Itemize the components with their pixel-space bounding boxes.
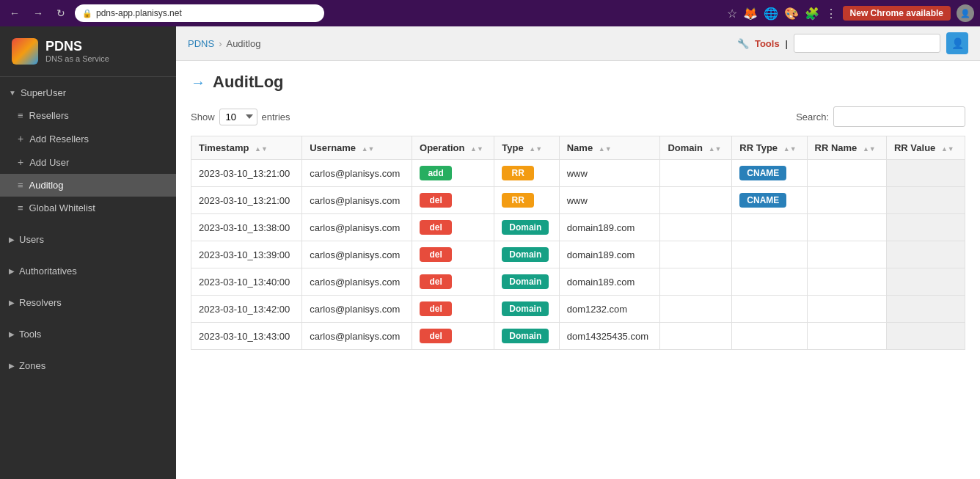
sidebar-section-header-users[interactable]: ▶ Users <box>0 228 176 251</box>
sort-icon-operation[interactable]: ▲▼ <box>470 146 483 153</box>
cell-type: Domain <box>494 323 559 350</box>
search-input[interactable] <box>833 106 965 127</box>
cell-username: carlos@planisys.com <box>302 296 412 323</box>
cell-type: RR <box>494 187 559 214</box>
table-row: 2023-03-10_13:43:00 carlos@planisys.com … <box>191 323 965 350</box>
operation-badge: del <box>420 247 452 262</box>
sidebar-item-auditlog[interactable]: ≡ Auditlog <box>0 174 176 197</box>
operation-badge: del <box>420 329 452 343</box>
sort-icon-username[interactable]: ▲▼ <box>362 146 375 153</box>
sidebar-section-header-superuser[interactable]: ▼ SuperUser <box>0 81 176 104</box>
operation-badge: del <box>420 301 452 316</box>
sidebar-item-add-resellers[interactable]: + Add Resellers <box>0 127 176 150</box>
cell-username: carlos@planisys.com <box>302 187 412 214</box>
col-timestamp: Timestamp ▲▼ <box>191 136 302 160</box>
cell-domain <box>660 296 732 323</box>
firefox-icon[interactable]: 🦊 <box>743 7 758 21</box>
sort-icon-name[interactable]: ▲▼ <box>599 146 612 153</box>
logo-cube <box>12 38 38 65</box>
reload-button[interactable]: ↻ <box>53 6 69 21</box>
sidebar-section-header-tools[interactable]: ▶ Tools <box>0 323 176 345</box>
table-row: 2023-03-10_13:42:00 carlos@planisys.com … <box>191 296 965 323</box>
tools-link[interactable]: Tools <box>755 38 780 49</box>
sidebar-section-users-label: Users <box>19 234 44 245</box>
user-icon-button[interactable]: 👤 <box>946 32 968 54</box>
cell-rr-value <box>886 214 965 241</box>
cell-type: Domain <box>494 268 559 296</box>
operation-badge: del <box>420 220 452 235</box>
puzzle-icon[interactable]: 🧩 <box>805 7 819 21</box>
breadcrumb-root[interactable]: PDNS <box>188 38 214 49</box>
sort-icon-rr-value[interactable]: ▲▼ <box>941 146 954 153</box>
profile-avatar[interactable]: 👤 <box>957 4 974 22</box>
cell-rr-value <box>886 160 965 187</box>
cell-timestamp: 2023-03-10_13:39:00 <box>191 241 302 268</box>
show-label: Show <box>191 111 215 123</box>
entries-select[interactable]: 10 25 50 100 <box>219 109 257 125</box>
cell-timestamp: 2023-03-10_13:43:00 <box>191 323 302 350</box>
forward-button[interactable]: → <box>29 6 47 21</box>
tools-icon: 🔧 <box>737 38 749 49</box>
sidebar-section-tools: ▶ Tools <box>0 318 176 350</box>
cell-username: carlos@planisys.com <box>302 268 412 296</box>
sidebar-item-resellers[interactable]: ≡ Resellers <box>0 104 176 127</box>
cell-rr-value <box>886 323 965 350</box>
app-container: PDNS DNS as a Service ▼ SuperUser ≡ Rese… <box>0 26 980 479</box>
cell-timestamp: 2023-03-10_13:40:00 <box>191 268 302 296</box>
back-button[interactable]: ← <box>6 6 23 21</box>
cell-domain <box>660 214 732 241</box>
page-title: AuditLog <box>213 73 284 92</box>
cell-type: RR <box>494 160 559 187</box>
col-rr-value: RR Value ▲▼ <box>886 136 965 160</box>
sidebar-section-tools-label: Tools <box>19 329 41 340</box>
cell-rr-value <box>886 296 965 323</box>
top-bar: PDNS › Auditlog 🔧 Tools | 👤 <box>176 26 980 61</box>
table-row: 2023-03-10_13:39:00 carlos@planisys.com … <box>191 241 965 268</box>
cell-rr-name <box>807 160 886 187</box>
sidebar-logo: PDNS DNS as a Service <box>0 26 176 77</box>
audit-log-table: Timestamp ▲▼ Username ▲▼ Operation ▲▼ Ty… <box>191 136 965 350</box>
sort-icon-domain[interactable]: ▲▼ <box>709 146 722 153</box>
topbar-separator: | <box>786 38 788 49</box>
cell-name: www <box>559 187 660 214</box>
top-bar-right: 🔧 Tools | 👤 <box>737 32 968 54</box>
page-title-bar: → AuditLog <box>191 73 965 92</box>
sidebar-section-header-zones[interactable]: ▶ Zones <box>0 354 176 377</box>
sort-icon-rr-name[interactable]: ▲▼ <box>863 146 876 153</box>
cell-rr-type: CNAME <box>732 187 807 214</box>
sidebar-section-resolvers: ▶ Resolvers <box>0 287 176 318</box>
sidebar-label-global-whitelist: Global Whitelist <box>29 202 95 213</box>
cell-type: Domain <box>494 296 559 323</box>
sidebar-item-add-user[interactable]: + Add User <box>0 150 176 174</box>
sort-icon-type[interactable]: ▲▼ <box>529 146 542 153</box>
sidebar: PDNS DNS as a Service ▼ SuperUser ≡ Rese… <box>0 26 176 479</box>
cell-username: carlos@planisys.com <box>302 160 412 187</box>
cell-domain <box>660 323 732 350</box>
sort-icon-rr-type[interactable]: ▲▼ <box>783 146 797 153</box>
cell-rr-type <box>732 323 807 350</box>
cell-rr-name <box>807 323 886 350</box>
menu-icon[interactable]: ⋮ <box>825 7 837 21</box>
search-box: Search: <box>796 106 965 127</box>
url-text: pdns-app.planisys.net <box>96 8 182 18</box>
main-content: PDNS › Auditlog 🔧 Tools | 👤 → AuditLog <box>176 26 980 479</box>
page-title-arrow-icon: → <box>191 74 205 91</box>
new-chrome-badge[interactable]: New Chrome available <box>843 6 951 21</box>
cell-username: carlos@planisys.com <box>302 241 412 268</box>
rr-type-badge: CNAME <box>739 193 786 208</box>
sidebar-section-header-authoritatives[interactable]: ▶ Authoritatives <box>0 260 176 282</box>
maps-icon[interactable]: 🌐 <box>764 7 778 21</box>
search-label: Search: <box>796 111 829 123</box>
address-bar[interactable]: 🔒 pdns-app.planisys.net <box>75 4 324 22</box>
sidebar-item-global-whitelist[interactable]: ≡ Global Whitelist <box>0 197 176 219</box>
color-wheel-icon[interactable]: 🎨 <box>784 7 799 21</box>
type-badge: Domain <box>502 247 549 262</box>
cell-operation: del <box>412 296 494 323</box>
cell-name: domain189.com <box>559 214 660 241</box>
star-button[interactable]: ☆ <box>727 7 737 21</box>
sort-icon-timestamp[interactable]: ▲▼ <box>255 146 268 153</box>
cell-rr-type <box>732 214 807 241</box>
topbar-search-input[interactable] <box>794 34 940 53</box>
sidebar-section-header-resolvers[interactable]: ▶ Resolvers <box>0 291 176 314</box>
sidebar-label-add-resellers: Add Resellers <box>29 134 89 145</box>
